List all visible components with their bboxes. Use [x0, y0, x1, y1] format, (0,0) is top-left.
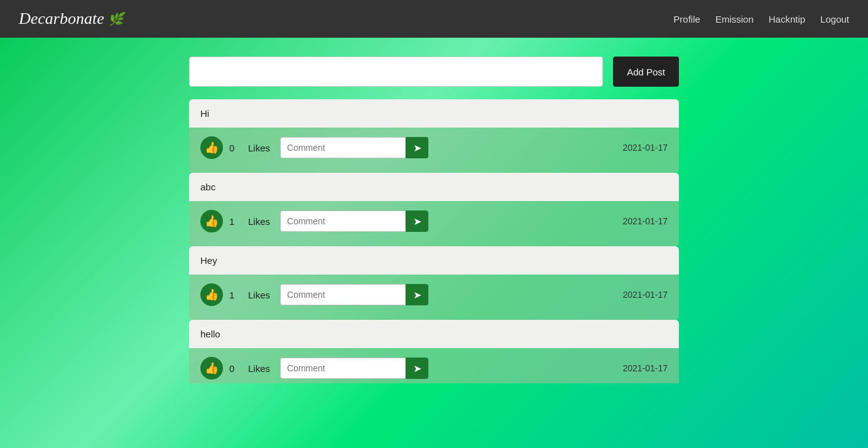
posts-container: Hi 👍 0 Likes ➤ 2021-01-17 abc 👍 1 Likes: [189, 99, 679, 383]
like-button[interactable]: 👍: [200, 357, 223, 380]
post-actions: 👍 0 Likes ➤ 2021-01-17: [189, 348, 679, 383]
logout-link[interactable]: Logout: [820, 14, 849, 25]
hackntip-link[interactable]: Hackntip: [769, 14, 805, 25]
like-button[interactable]: 👍: [200, 136, 223, 159]
thumbs-up-icon: 👍: [205, 141, 219, 155]
comment-submit-button[interactable]: ➤: [406, 137, 428, 158]
send-icon: ➤: [413, 289, 421, 301]
post-date: 2021-01-17: [622, 216, 668, 226]
like-button[interactable]: 👍: [200, 283, 223, 306]
comment-submit-button[interactable]: ➤: [406, 210, 428, 232]
post-date: 2021-01-17: [622, 290, 668, 300]
post-content: Hey: [189, 246, 679, 275]
comment-group: ➤: [280, 137, 428, 158]
post-actions: 👍 1 Likes ➤ 2021-01-17: [189, 275, 679, 310]
likes-count: 0: [229, 363, 242, 374]
likes-label: Likes: [248, 290, 270, 300]
nav-links: Profile Emission Hackntip Logout: [673, 14, 849, 25]
post-actions: 👍 0 Likes ➤ 2021-01-17: [189, 128, 679, 163]
likes-count: 1: [229, 216, 242, 227]
post-date: 2021-01-17: [622, 363, 668, 373]
likes-count: 1: [229, 290, 242, 300]
post-content: abc: [189, 173, 679, 201]
brand-logo: Decarbonate 🌿: [19, 9, 124, 28]
likes-label: Likes: [248, 216, 270, 227]
comment-input[interactable]: [280, 284, 406, 305]
likes-label: Likes: [248, 363, 270, 374]
thumbs-up-icon: 👍: [205, 214, 219, 228]
comment-group: ➤: [280, 358, 428, 379]
likes-label: Likes: [248, 143, 270, 153]
send-icon: ➤: [413, 363, 421, 374]
comment-input[interactable]: [280, 137, 406, 158]
likes-count: 0: [229, 143, 242, 153]
post-card: hello 👍 0 Likes ➤ 2021-01-17: [189, 320, 679, 383]
comment-submit-button[interactable]: ➤: [406, 284, 428, 305]
post-card: Hi 👍 0 Likes ➤ 2021-01-17: [189, 99, 679, 173]
comment-submit-button[interactable]: ➤: [406, 358, 428, 379]
profile-link[interactable]: Profile: [673, 14, 700, 25]
comment-group: ➤: [280, 210, 428, 232]
post-date: 2021-01-17: [622, 143, 668, 153]
thumbs-up-icon: 👍: [205, 288, 219, 302]
post-content: Hi: [189, 99, 679, 128]
send-icon: ➤: [413, 216, 421, 227]
like-button[interactable]: 👍: [200, 210, 223, 232]
send-icon: ➤: [413, 142, 421, 154]
brand-name: Decarbonate: [19, 9, 104, 28]
comment-input[interactable]: [280, 358, 406, 379]
post-card: abc 👍 1 Likes ➤ 2021-01-17: [189, 173, 679, 246]
navbar: Decarbonate 🌿 Profile Emission Hackntip …: [0, 0, 868, 38]
post-card: Hey 👍 1 Likes ➤ 2021-01-17: [189, 246, 679, 320]
thumbs-up-icon: 👍: [205, 361, 219, 375]
post-content: hello: [189, 320, 679, 348]
new-post-input[interactable]: [189, 57, 603, 87]
comment-group: ➤: [280, 284, 428, 305]
add-post-button[interactable]: Add Post: [613, 57, 679, 87]
emission-link[interactable]: Emission: [715, 14, 754, 25]
new-post-area: Add Post: [189, 57, 679, 87]
leaf-icon: 🌿: [108, 11, 124, 26]
post-actions: 👍 1 Likes ➤ 2021-01-17: [189, 201, 679, 236]
main-content: Add Post Hi 👍 0 Likes ➤ 2021-01-17 abc 👍…: [0, 38, 868, 402]
comment-input[interactable]: [280, 210, 406, 232]
